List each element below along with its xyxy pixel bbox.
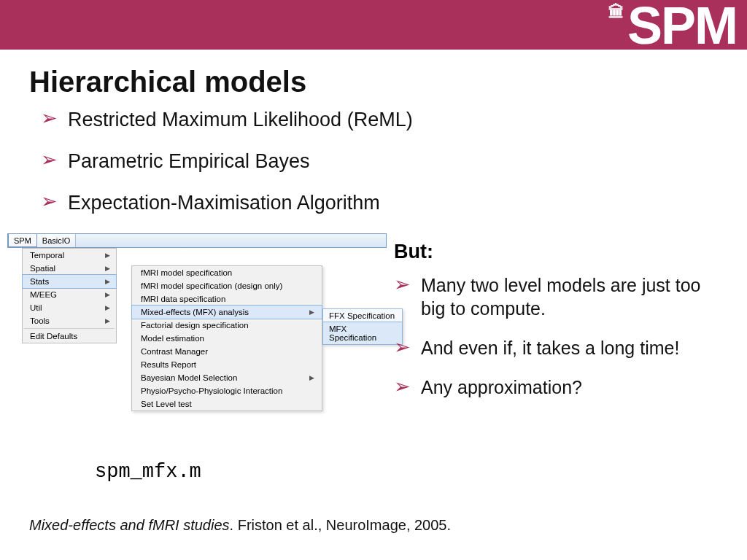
menu-item[interactable]: fMRI data specification	[132, 292, 322, 306]
bullet-item: ➢ Expectation-Maximisation Algorithm	[41, 192, 747, 214]
menu-item-stats[interactable]: Stats▶	[22, 274, 117, 289]
submenu-arrow-icon: ▶	[309, 308, 314, 316]
citation-title: Mixed-effects and fMRI studies	[29, 517, 230, 533]
submenu-arrow-icon: ▶	[105, 252, 110, 259]
menu-level3: FFX Specification MFX Specification	[322, 308, 403, 345]
banner: 🏛 SPM	[0, 0, 747, 50]
menu-item[interactable]: Physio/Psycho-Physiologic Interaction	[132, 384, 322, 397]
submenu-arrow-icon: ▶	[105, 265, 110, 272]
bullet-item: ➢ Restricted Maximum Likelihood (ReML)	[41, 109, 747, 131]
chevron-icon: ➢	[394, 275, 411, 295]
right-column: But: ➢ Many two level models are just to…	[394, 241, 729, 415]
top-bullet-list: ➢ Restricted Maximum Likelihood (ReML) ➢…	[41, 109, 747, 214]
submenu-arrow-icon: ▶	[105, 278, 110, 285]
menu-item-tools[interactable]: Tools▶	[23, 314, 116, 327]
bullet-text: Any approximation?	[421, 376, 582, 399]
menu-item-util[interactable]: Util▶	[23, 301, 116, 314]
menu-item-meeg[interactable]: M/EEG▶	[23, 288, 116, 301]
menu-item-temporal[interactable]: Temporal▶	[23, 249, 116, 262]
but-heading: But:	[394, 241, 729, 263]
chevron-icon: ➢	[394, 338, 411, 357]
dome-icon: 🏛	[608, 3, 624, 22]
spm-logo: 🏛 SPM	[608, 0, 737, 55]
menu-item[interactable]: Bayesian Model Selection▶	[132, 371, 322, 384]
citation-rest: . Friston et al., NeuroImage, 2005.	[230, 517, 452, 533]
menu-level1: Temporal▶ Spatial▶ Stats▶ M/EEG▶ Util▶ T…	[22, 248, 117, 343]
menu-item[interactable]: fMRI model specification	[132, 266, 322, 279]
bullet-text: And even if, it takes a long time!	[421, 336, 679, 359]
bullet-text: Parametric Empirical Bayes	[68, 150, 310, 173]
menu-tabbar: SPM BasicIO	[7, 233, 387, 248]
logo-text: SPM	[627, 0, 737, 55]
submenu-arrow-icon: ▶	[309, 374, 314, 381]
submenu-arrow-icon: ▶	[105, 317, 110, 324]
bullet-text: Many two level models are just too big t…	[421, 273, 720, 320]
citation: Mixed-effects and fMRI studies. Friston …	[29, 517, 451, 534]
menu-item-edit-defaults[interactable]: Edit Defaults	[23, 330, 116, 343]
bullet-item: ➢ Many two level models are just too big…	[394, 273, 729, 320]
menu-item-spatial[interactable]: Spatial▶	[23, 262, 116, 275]
bullet-item: ➢ Parametric Empirical Bayes	[41, 150, 747, 173]
chevron-icon: ➢	[41, 150, 58, 170]
tab-basicio[interactable]: BasicIO	[37, 234, 77, 247]
menu-separator	[24, 328, 115, 329]
bullet-item: ➢ Any approximation?	[394, 376, 729, 399]
submenu-arrow-icon: ▶	[105, 304, 110, 311]
bullet-text: Restricted Maximum Likelihood (ReML)	[68, 109, 413, 131]
menu-item[interactable]: fMRI model specification (design only)	[132, 279, 322, 292]
menu-item[interactable]: Results Report	[132, 358, 322, 371]
menu-item-ffx[interactable]: FFX Specification	[323, 309, 402, 322]
menu-item-mfx-spec[interactable]: MFX Specification	[322, 322, 403, 345]
menu-item[interactable]: Model estimation	[132, 332, 322, 345]
file-label: spm_mfx.m	[95, 461, 201, 483]
menu-item[interactable]: Contrast Manager	[132, 345, 322, 358]
chevron-icon: ➢	[41, 109, 58, 128]
menu-item[interactable]: Factorial design specification	[132, 319, 322, 332]
submenu-arrow-icon: ▶	[105, 291, 110, 298]
slide-title: Hierarchical models	[29, 66, 747, 98]
menu-item[interactable]: Set Level test	[132, 397, 322, 411]
chevron-icon: ➢	[394, 377, 411, 397]
tab-spm[interactable]: SPM	[8, 234, 37, 247]
bullet-text: Expectation-Maximisation Algorithm	[68, 192, 380, 214]
menu-level2: fMRI model specification fMRI model spec…	[131, 265, 322, 411]
chevron-icon: ➢	[41, 192, 58, 211]
menu-item-mfx[interactable]: Mixed-effects (MFX) analysis▶	[131, 305, 322, 319]
bullet-item: ➢ And even if, it takes a long time!	[394, 336, 729, 359]
